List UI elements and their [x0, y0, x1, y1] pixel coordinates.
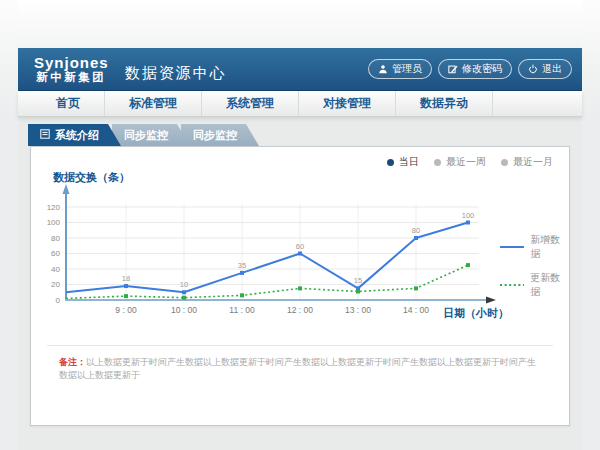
nav-item-integration[interactable]: 对接管理 — [299, 91, 396, 116]
nav-item-system[interactable]: 系统管理 — [202, 91, 299, 116]
main-content: 系统介绍同步监控同步监控 当日最近一周最近一月 数据交换（条） 02040608… — [18, 117, 582, 450]
range-radio-group: 当日最近一周最近一月 — [387, 155, 553, 169]
header-actions: 管理员 修改密码 退出 — [368, 59, 572, 79]
tab-sync-monitor-1[interactable]: 同步监控 — [112, 124, 190, 146]
svg-text:35: 35 — [238, 261, 246, 270]
user-button[interactable]: 管理员 — [368, 59, 432, 79]
svg-text:0: 0 — [56, 296, 61, 305]
header-bar: Synjones 新中新集团 数据资源中心 管理员 修改密码 退出 — [18, 48, 582, 91]
main-nav: 首页标准管理系统管理对接管理数据异动 — [18, 91, 582, 117]
radio-dot-icon — [434, 159, 441, 166]
logout-button[interactable]: 退出 — [518, 59, 572, 79]
svg-text:18: 18 — [122, 274, 130, 283]
radio-label: 最近一月 — [513, 155, 553, 169]
tab-label: 同步监控 — [124, 128, 168, 143]
legend-label: 新增数据 — [530, 233, 569, 261]
footer-note-text: 以上数据更新于时间产生数据以上数据更新于时间产生数据以上数据更新于时间产生数据以… — [59, 357, 536, 380]
tab-label: 同步监控 — [193, 128, 237, 143]
power-icon — [528, 64, 538, 74]
radio-label: 当日 — [399, 155, 419, 169]
form-icon — [40, 129, 50, 141]
nav-item-data-change[interactable]: 数据异动 — [396, 91, 493, 116]
page: Synjones 新中新集团 数据资源中心 管理员 修改密码 退出 — [18, 0, 582, 450]
svg-text:20: 20 — [51, 280, 60, 289]
logout-label: 退出 — [542, 62, 562, 76]
svg-text:80: 80 — [51, 234, 60, 243]
tab-system-intro[interactable]: 系统介绍 — [28, 124, 121, 146]
svg-text:60: 60 — [296, 242, 304, 251]
radio-dot-icon — [387, 159, 394, 166]
line-chart: 0204060801001209 : 0010 : 0011 : 0012 : … — [31, 167, 571, 337]
svg-text:9 : 00: 9 : 00 — [115, 305, 137, 315]
svg-text:14 : 00: 14 : 00 — [403, 305, 429, 315]
footer-note: 备注：以上数据更新于时间产生数据以上数据更新于时间产生数据以上数据更新于时间产生… — [47, 345, 553, 381]
svg-text:10: 10 — [180, 280, 188, 289]
app-title: 数据资源中心 — [125, 64, 227, 83]
top-strip — [18, 0, 582, 48]
svg-text:80: 80 — [412, 226, 420, 235]
change-password-label: 修改密码 — [462, 62, 502, 76]
svg-text:13 : 00: 13 : 00 — [345, 305, 371, 315]
radio-dot-icon — [501, 159, 508, 166]
logo-text-cn: 新中新集团 — [34, 71, 109, 83]
svg-text:日期（小时）: 日期（小时） — [443, 307, 509, 320]
legend-item-new-data: 新增数据 — [499, 233, 569, 261]
tab-bar: 系统介绍同步监控同步监控 — [18, 117, 582, 146]
radio-label: 最近一周 — [446, 155, 486, 169]
user-button-label: 管理员 — [392, 62, 422, 76]
solid-line-swatch-icon — [499, 243, 524, 251]
logo-text-en: Synjones — [34, 55, 109, 71]
chart-panel: 当日最近一周最近一月 数据交换（条） 0204060801001209 : 00… — [30, 146, 570, 426]
svg-text:60: 60 — [51, 249, 60, 258]
range-radio-today[interactable]: 当日 — [387, 155, 419, 169]
range-radio-last-week[interactable]: 最近一周 — [434, 155, 486, 169]
change-password-button[interactable]: 修改密码 — [438, 59, 512, 79]
nav-item-standards[interactable]: 标准管理 — [105, 91, 202, 116]
svg-text:11 : 00: 11 : 00 — [229, 305, 255, 315]
edit-icon — [448, 64, 458, 74]
legend-label: 更新数据 — [530, 271, 569, 299]
dotted-line-swatch-icon — [499, 281, 524, 289]
nav-item-home[interactable]: 首页 — [32, 91, 105, 116]
person-icon — [378, 64, 388, 74]
svg-text:100: 100 — [462, 211, 475, 220]
footer-note-label: 备注： — [59, 357, 86, 367]
svg-text:12 : 00: 12 : 00 — [287, 305, 313, 315]
tab-sync-monitor-2[interactable]: 同步监控 — [181, 124, 259, 146]
company-logo[interactable]: Synjones 新中新集团 — [34, 55, 109, 84]
legend-item-updated-data: 更新数据 — [499, 271, 569, 299]
chart-legend: 新增数据更新数据 — [499, 233, 569, 299]
svg-text:100: 100 — [47, 218, 61, 227]
tab-label: 系统介绍 — [55, 128, 99, 143]
svg-text:10 : 00: 10 : 00 — [171, 305, 197, 315]
svg-text:120: 120 — [47, 203, 61, 212]
svg-text:15: 15 — [354, 276, 362, 285]
svg-text:40: 40 — [51, 265, 60, 274]
range-radio-last-month[interactable]: 最近一月 — [501, 155, 553, 169]
